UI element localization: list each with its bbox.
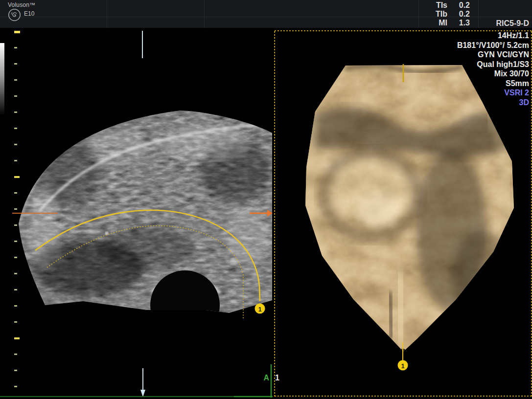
mi-label: MI xyxy=(415,19,447,27)
bmode-overlay: 1 xyxy=(0,28,273,399)
header-divider xyxy=(107,0,107,28)
ultrasound-screen: Voluson™ E10 TIs 0.2 TIb 0.2 MI 1.3 RIC5… xyxy=(0,0,532,399)
ti-row: TIs 0.2 xyxy=(415,1,470,10)
caliper-marker-right[interactable]: 1 xyxy=(398,360,408,371)
header-divider xyxy=(478,0,479,28)
volume-label-1: 1 xyxy=(275,374,279,382)
ti-row: TIb 0.2 xyxy=(415,10,470,19)
center-marker-bottom-arrow xyxy=(140,368,145,397)
brand-name: Voluson™ xyxy=(8,1,35,8)
focus-arrow-right[interactable] xyxy=(250,210,273,217)
render3d-overlay: 1 xyxy=(273,28,532,399)
mi-value: 1.3 xyxy=(447,19,470,27)
header-divider xyxy=(204,0,205,28)
tib-label: TIb xyxy=(415,10,447,19)
model-name: E10 xyxy=(24,10,34,17)
ti-row: MI 1.3 xyxy=(415,19,470,27)
thermal-index-block: TIs 0.2 TIb 0.2 MI 1.3 xyxy=(415,1,470,27)
svg-text:1: 1 xyxy=(401,362,404,370)
plane-label-a: A xyxy=(260,374,269,382)
omniview-curve-offset xyxy=(47,226,243,274)
ge-logo-icon xyxy=(8,8,21,22)
tis-label: TIs xyxy=(415,1,447,10)
probe-name: RIC5-9-D xyxy=(496,19,529,28)
header-bar: Voluson™ E10 TIs 0.2 TIb 0.2 MI 1.3 RIC5… xyxy=(0,0,532,28)
tis-value: 0.2 xyxy=(447,1,470,10)
tib-value: 0.2 xyxy=(447,10,470,19)
caliper-marker-left[interactable]: 1 xyxy=(255,304,265,314)
svg-text:1: 1 xyxy=(258,306,261,313)
omniview-curve[interactable] xyxy=(35,210,260,301)
